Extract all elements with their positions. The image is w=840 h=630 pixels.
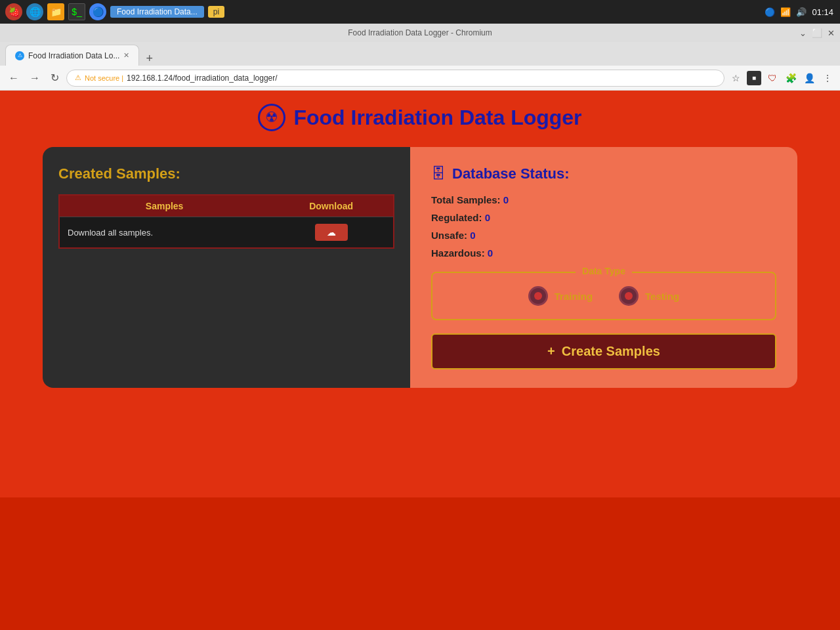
page-title: Food Irradiation Data Logger — [293, 106, 581, 130]
db-status-header: 🗄 Database Status: — [431, 165, 776, 182]
back-button[interactable]: ← — [5, 71, 22, 85]
url-text: 192.168.1.24/food_irradiation_data_logge… — [127, 74, 278, 83]
folder-icon[interactable]: 📁 — [47, 3, 64, 20]
hazardous-label: Hazardous: — [431, 247, 485, 259]
address-bar[interactable]: ⚠ Not secure | 192.168.1.24/food_irradia… — [66, 70, 724, 87]
regulated-value: 0 — [485, 212, 490, 223]
create-btn-icon: + — [547, 344, 555, 359]
create-samples-button[interactable]: + Create Samples — [431, 333, 776, 369]
total-samples-row: Total Samples: 0 — [431, 194, 776, 205]
db-status-heading: Database Status: — [452, 165, 570, 182]
browser-nav: ← → ↻ ⚠ Not secure | 192.168.1.24/food_i… — [0, 66, 840, 91]
window-controls[interactable]: ⌄ ⬜ ✕ — [799, 28, 835, 38]
total-samples-label: Total Samples: — [431, 194, 501, 205]
right-panel: 🗄 Database Status: Total Samples: 0 Regu… — [410, 147, 797, 388]
taskbar-browser-label[interactable]: Food Irradiation Data... — [110, 6, 204, 18]
terminal-icon[interactable]: $_ — [68, 3, 85, 20]
bookmark-icon[interactable]: ☆ — [728, 71, 743, 85]
data-type-radio-group: Training Testing — [448, 286, 759, 306]
table-row: Download all samples. ☁ — [59, 217, 394, 249]
window-close-icon[interactable]: ✕ — [828, 28, 835, 38]
extension-icon-1[interactable]: ■ — [747, 71, 761, 85]
unsafe-row: Unsafe: 0 — [431, 230, 776, 241]
download-all-label: Download all samples. — [59, 217, 269, 249]
window-maximize-icon[interactable]: ⬜ — [812, 28, 822, 38]
page-title-section: ☢ Food Irradiation Data Logger — [13, 104, 827, 131]
window-minimize-icon[interactable]: ⌄ — [799, 28, 807, 38]
hazardous-value: 0 — [488, 247, 493, 259]
training-label: Training — [555, 291, 593, 302]
data-type-legend: Data Type — [576, 266, 632, 276]
left-panel: Created Samples: Samples Download Downlo… — [43, 147, 410, 388]
security-warning-icon: ⚠ — [75, 74, 81, 82]
create-btn-label: Create Samples — [562, 344, 660, 359]
data-type-box: Data Type Training Testing — [431, 272, 776, 320]
regulated-label: Regulated: — [431, 212, 482, 223]
new-tab-button[interactable]: + — [142, 52, 157, 66]
regulated-row: Regulated: 0 — [431, 212, 776, 223]
browser-tabs: ⚠ Food Irradiation Data Lo... ✕ + — [0, 42, 840, 66]
menu-icon[interactable]: ⋮ — [820, 71, 835, 85]
forward-button[interactable]: → — [26, 71, 43, 85]
hazardous-row: Hazardous: 0 — [431, 247, 776, 259]
not-secure-label: Not secure | — [85, 74, 123, 82]
page-background: ☢ Food Irradiation Data Logger Created S… — [0, 91, 840, 497]
browser-tab-active[interactable]: ⚠ Food Irradiation Data Lo... ✕ — [5, 45, 139, 66]
browser-chrome: Food Irradiation Data Logger - Chromium … — [0, 24, 840, 91]
radiation-icon: ☢ — [258, 104, 285, 131]
profile-icon[interactable]: 👤 — [802, 71, 816, 85]
raspberry-pi-icon[interactable]: 🍓 — [5, 3, 22, 20]
download-cell: ☁ — [269, 217, 394, 249]
testing-radio-button[interactable] — [619, 286, 639, 306]
created-samples-heading: Created Samples: — [58, 165, 394, 182]
unsafe-label: Unsafe: — [431, 230, 467, 241]
taskbar-folder-label[interactable]: pi — [208, 6, 224, 18]
browser-title-bar: Food Irradiation Data Logger - Chromium … — [0, 24, 840, 42]
col-download-header: Download — [269, 195, 394, 217]
reload-button[interactable]: ↻ — [47, 70, 62, 85]
clock: 01:14 — [812, 7, 833, 17]
volume-icon: 🔊 — [796, 7, 807, 17]
testing-label: Testing — [645, 291, 679, 302]
unsafe-value: 0 — [470, 230, 475, 241]
wifi-icon: 📶 — [780, 7, 791, 17]
os-taskbar: 🍓 🌐 📁 $_ 🔵 Food Irradiation Data... pi 🔵… — [0, 0, 840, 24]
samples-table: Samples Download Download all samples. ☁ — [58, 194, 394, 249]
testing-option[interactable]: Testing — [619, 286, 679, 306]
extension-icon-3[interactable]: 🧩 — [784, 71, 798, 85]
browser-title-text: Food Irradiation Data Logger - Chromium — [348, 28, 492, 37]
nav-right-icons: ☆ ■ 🛡 🧩 👤 ⋮ — [728, 71, 835, 85]
download-button[interactable]: ☁ — [315, 224, 348, 241]
tab-title: Food Irradiation Data Lo... — [28, 51, 119, 60]
tab-favicon: ⚠ — [15, 51, 24, 60]
tab-close-button[interactable]: ✕ — [123, 51, 129, 60]
main-card: Created Samples: Samples Download Downlo… — [43, 147, 797, 388]
chromium-icon[interactable]: 🔵 — [89, 3, 106, 20]
taskbar-right: 🔵 📶 🔊 01:14 — [765, 7, 833, 17]
col-samples-header: Samples — [59, 195, 269, 217]
total-samples-value: 0 — [503, 194, 509, 205]
globe-icon[interactable]: 🌐 — [26, 3, 43, 20]
bluetooth-icon: 🔵 — [765, 7, 775, 17]
database-icon: 🗄 — [431, 165, 446, 182]
training-option[interactable]: Training — [528, 286, 593, 306]
extension-icon-2[interactable]: 🛡 — [765, 71, 780, 85]
training-radio-button[interactable] — [528, 286, 548, 306]
